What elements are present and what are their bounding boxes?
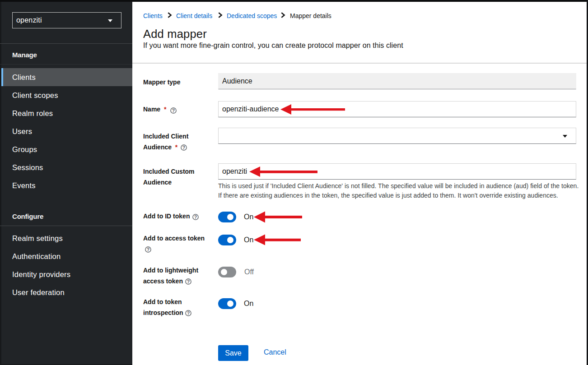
svg-text:?: ? xyxy=(172,107,174,113)
svg-text:?: ? xyxy=(187,278,189,284)
svg-text:?: ? xyxy=(187,310,189,315)
svg-text:?: ? xyxy=(182,144,185,150)
svg-text:?: ? xyxy=(194,214,196,219)
svg-text:?: ? xyxy=(146,246,149,252)
